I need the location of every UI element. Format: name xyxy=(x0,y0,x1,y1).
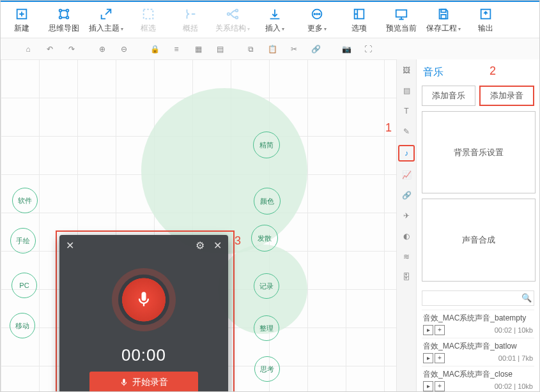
ribbon-summary: 概括 xyxy=(169,2,212,38)
svg-point-1 xyxy=(59,9,62,11)
mindmap-node[interactable]: 整理 xyxy=(254,315,279,341)
svg-point-4 xyxy=(66,16,69,19)
svg-rect-15 xyxy=(441,9,445,12)
svg-point-6 xyxy=(228,13,230,15)
close-icon[interactable]: ✕ xyxy=(66,239,74,252)
mindmap-node[interactable]: 手绘 xyxy=(10,228,36,253)
redo-icon: ↷ xyxy=(68,45,75,54)
side-image-tab[interactable]: 🖼 xyxy=(399,63,413,77)
sound-meta: 00:01 | 7kb xyxy=(498,354,533,362)
ribbon-save[interactable]: 保存工程▾ xyxy=(422,2,465,38)
paste-button[interactable]: 📋 xyxy=(263,41,282,57)
mindmap-node[interactable]: 精简 xyxy=(253,132,280,158)
home-icon: ⌂ xyxy=(26,45,30,54)
music-panel: 音乐 添加音乐 添加录音 背景音乐设置 声音合成 🔍 音效_MAC系统声音_ba… xyxy=(417,59,539,391)
insert2-icon xyxy=(267,6,282,22)
link-icon: 🔗 xyxy=(311,45,321,54)
sound-synth-button[interactable]: 声音合成 xyxy=(422,199,536,281)
mindmap-node[interactable]: 发散 xyxy=(251,225,278,252)
ribbon-export[interactable]: 输出 xyxy=(465,2,507,38)
play-icon[interactable]: ▸ xyxy=(423,325,433,335)
chart-icon: 📈 xyxy=(402,170,412,179)
style-icon: ✎ xyxy=(403,127,410,136)
ribbon-new[interactable]: 新建 xyxy=(1,2,43,38)
side-send-tab[interactable]: ✈ xyxy=(399,209,413,223)
search-icon[interactable]: 🔍 xyxy=(521,293,532,303)
mindmap-node[interactable]: 记录 xyxy=(254,273,279,299)
ribbon-preview[interactable]: 预览当前 xyxy=(380,2,422,38)
layers-button[interactable]: ▤ xyxy=(210,41,229,57)
sound-search-input[interactable] xyxy=(422,290,534,306)
summary-icon xyxy=(183,6,198,22)
gear-icon[interactable]: ⚙ xyxy=(196,239,204,252)
play-icon[interactable]: ▸ xyxy=(423,353,433,363)
sound-row[interactable]: 音效_MAC系统声音_batlow▸+00:01 | 7kb xyxy=(422,338,534,366)
side-style-tab[interactable]: ✎ xyxy=(399,124,413,139)
zoom-out-button[interactable]: ⊖ xyxy=(114,41,134,57)
home-button[interactable]: ⌂ xyxy=(19,41,38,57)
align-button[interactable]: ≡ xyxy=(167,41,186,57)
sound-name: 音效_MAC系统声音_close xyxy=(423,369,533,380)
cut-button[interactable]: ✂ xyxy=(284,41,304,57)
svg-rect-16 xyxy=(441,14,445,18)
svg-point-10 xyxy=(314,13,315,15)
mindmap-node[interactable]: 思考 xyxy=(254,356,280,382)
side-disc-tab[interactable]: ◐ xyxy=(399,229,413,243)
grid-button[interactable]: ▦ xyxy=(189,41,208,57)
zoom-in-icon: ⊕ xyxy=(99,45,105,54)
svg-point-7 xyxy=(236,9,238,11)
more-icon xyxy=(309,6,325,22)
zoom-out-icon: ⊖ xyxy=(121,45,127,54)
text-icon: T xyxy=(404,107,408,116)
ribbon-options[interactable]: 选项 xyxy=(338,2,380,38)
bg-music-setting-button[interactable]: 背景音乐设置 xyxy=(422,111,536,193)
side-link-tab[interactable]: 🔗 xyxy=(399,188,413,202)
recorder-timer: 00:00 xyxy=(121,345,166,365)
side-layers-tab[interactable]: ≋ xyxy=(399,250,413,264)
add-icon[interactable]: + xyxy=(435,325,445,335)
sound-row[interactable]: 音效_MAC系统声音_close▸+00:02 | 10kb xyxy=(422,366,534,391)
mindmap-node[interactable]: 移动 xyxy=(10,313,35,338)
side-page-tab[interactable]: ▤ xyxy=(399,84,413,98)
side-music-tab[interactable]: ♪ xyxy=(398,145,415,162)
link-icon: 🔗 xyxy=(402,191,412,200)
side-chart-tab[interactable]: 📈 xyxy=(399,168,413,182)
redo-button[interactable]: ↷ xyxy=(62,41,81,57)
side-db-tab[interactable]: 🗄 xyxy=(399,270,413,284)
ribbon-mindmap[interactable]: 思维导图 xyxy=(43,2,85,38)
add-music-button[interactable]: 添加音乐 xyxy=(422,86,475,106)
undo-button[interactable]: ↶ xyxy=(40,41,59,57)
copy-button[interactable]: ⧉ xyxy=(241,41,260,57)
fullscreen-button[interactable]: ⛶ xyxy=(359,41,378,57)
recorder-dialog: ✕ ⚙ ✕ 00:00 开始录音 ▶试听 保存 xyxy=(59,235,228,391)
link-button[interactable]: 🔗 xyxy=(306,41,325,57)
preview-icon xyxy=(394,6,409,22)
add-record-button[interactable]: 添加录音 xyxy=(479,86,534,106)
play-icon[interactable]: ▸ xyxy=(423,381,433,391)
close-icon[interactable]: ✕ xyxy=(213,239,222,252)
sound-row[interactable]: 音效_MAC系统声音_batempty▸+00:02 | 10kb xyxy=(422,310,534,338)
export-icon xyxy=(478,6,493,22)
start-record-button[interactable]: 开始录音 xyxy=(89,372,198,391)
fullscreen-icon: ⛶ xyxy=(364,45,372,54)
side-text-tab[interactable]: T xyxy=(399,104,413,118)
sound-meta: 00:02 | 10kb xyxy=(495,326,533,334)
add-icon[interactable]: + xyxy=(435,381,445,391)
lock-button[interactable]: 🔒 xyxy=(145,41,164,57)
canvas[interactable]: 精简颜色发散记录整理思考软件手绘PC移动 ✕ ⚙ ✕ 00:00 开始录音 xyxy=(1,59,396,391)
disc-icon: ◐ xyxy=(403,232,410,241)
mindmap-node[interactable]: PC xyxy=(12,273,37,298)
ribbon-insert2[interactable]: 插入▾ xyxy=(254,2,296,38)
svg-point-11 xyxy=(316,13,318,15)
svg-point-8 xyxy=(236,16,238,19)
svg-point-3 xyxy=(59,16,62,19)
ribbon-more[interactable]: 更多▾ xyxy=(296,2,338,38)
zoom-in-button[interactable]: ⊕ xyxy=(93,41,112,57)
sound-name: 音效_MAC系统声音_batlow xyxy=(423,341,533,352)
camera-button[interactable]: 📷 xyxy=(337,41,356,57)
mindmap-node[interactable]: 软件 xyxy=(12,188,38,213)
add-icon[interactable]: + xyxy=(435,353,445,363)
db-icon: 🗄 xyxy=(403,273,410,282)
ribbon-insert[interactable]: 插入主题▾ xyxy=(85,2,127,38)
mindmap-node[interactable]: 颜色 xyxy=(254,188,281,215)
